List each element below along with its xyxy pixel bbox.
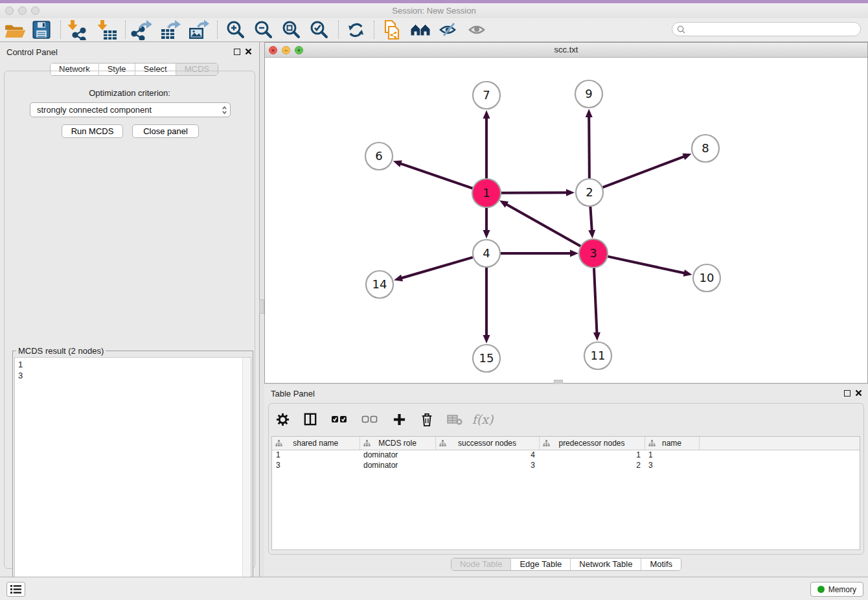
- search-input[interactable]: [685, 25, 854, 34]
- import-table-icon: [97, 19, 118, 40]
- network-node-3[interactable]: 3: [579, 239, 608, 268]
- function-builder-button[interactable]: f(x): [474, 411, 491, 428]
- network-window-titlebar: × − + scc.txt: [265, 43, 867, 58]
- column-header-name[interactable]: name: [645, 437, 699, 450]
- network-canvas[interactable]: 7968124314101511: [265, 58, 867, 383]
- window-zoom-button[interactable]: [31, 6, 40, 15]
- deselect-all-columns-button[interactable]: [360, 411, 380, 428]
- table-cell[interactable]: 3: [272, 460, 360, 470]
- table-settings-button[interactable]: [274, 411, 291, 428]
- show-column-selector-button[interactable]: [302, 411, 319, 428]
- float-panel-icon[interactable]: [234, 49, 240, 55]
- table-cell[interactable]: dominator: [360, 450, 435, 460]
- window-titlebar: Session: New Session: [0, 3, 868, 18]
- network-edge-1-2[interactable]: [501, 192, 567, 193]
- criterion-select[interactable]: strongly connected component: [30, 102, 231, 117]
- create-column-button[interactable]: [391, 411, 407, 428]
- network-edge-1-6[interactable]: [400, 163, 473, 189]
- run-mcds-button[interactable]: Run MCDS: [62, 124, 123, 138]
- network-edge-3-11[interactable]: [594, 268, 597, 334]
- close-panel-icon[interactable]: [245, 48, 252, 55]
- network-minimize-button[interactable]: −: [282, 46, 290, 54]
- column-header-label: name: [662, 439, 681, 448]
- refresh-button[interactable]: [343, 19, 369, 41]
- import-table-button[interactable]: [95, 19, 120, 41]
- table-row[interactable]: 3dominator323: [272, 460, 860, 470]
- column-header-successor-nodes[interactable]: successor nodes: [435, 437, 539, 450]
- column-header-mcds-role[interactable]: MCDS role: [360, 437, 435, 450]
- network-edge-4-14[interactable]: [401, 257, 473, 278]
- float-table-panel-icon[interactable]: [844, 390, 851, 397]
- table-cell[interactable]: 2: [539, 460, 645, 470]
- control-panel: Control Panel NetworkStyleSelectMCDS Opt…: [0, 42, 260, 577]
- network-edge-3-1[interactable]: [506, 204, 581, 247]
- close-table-panel-icon[interactable]: [855, 389, 862, 397]
- panel-splitter-handle-vertical[interactable]: [259, 299, 264, 314]
- network-edge-2-8[interactable]: [603, 156, 685, 187]
- save-session-button[interactable]: [29, 19, 54, 41]
- export-table-button[interactable]: [157, 19, 183, 41]
- export-image-button[interactable]: [185, 19, 211, 41]
- network-node-2[interactable]: 2: [576, 179, 603, 206]
- mcds-result-area[interactable]: 1 3: [14, 357, 251, 593]
- network-node-4[interactable]: 4: [473, 240, 500, 267]
- network-node-15[interactable]: 15: [473, 345, 500, 372]
- network-node-1[interactable]: 1: [472, 179, 501, 207]
- zoom-in-button[interactable]: [222, 19, 248, 41]
- table-cell[interactable]: dominator: [360, 460, 435, 470]
- network-node-14[interactable]: 14: [366, 271, 393, 298]
- network-edge-arrowhead: [682, 154, 691, 160]
- network-node-7[interactable]: 7: [473, 82, 500, 109]
- delete-table-button[interactable]: [446, 411, 463, 428]
- network-node-11[interactable]: 11: [584, 342, 611, 369]
- show-panels-button[interactable]: [6, 582, 25, 597]
- close-panel-button[interactable]: Close panel: [132, 124, 199, 138]
- network-edge-3-10[interactable]: [607, 257, 685, 273]
- network-edge-2-9[interactable]: [589, 116, 589, 178]
- window-close-button[interactable]: [5, 6, 14, 15]
- show-all-button[interactable]: [464, 19, 490, 41]
- open-file-button[interactable]: [2, 19, 28, 41]
- column-header-predecessor-nodes[interactable]: predecessor nodes: [539, 437, 645, 450]
- network-node-10[interactable]: 10: [693, 264, 720, 292]
- network-node-6[interactable]: 6: [365, 143, 393, 170]
- home-button[interactable]: [407, 19, 433, 41]
- network-edge-2-3[interactable]: [590, 207, 591, 231]
- table-cell[interactable]: 4: [435, 450, 539, 460]
- window-minimize-button[interactable]: [18, 6, 27, 15]
- search-icon: [677, 25, 685, 34]
- network-maximize-button[interactable]: +: [295, 46, 303, 54]
- tab-motifs[interactable]: Motifs: [641, 559, 681, 570]
- panel-splitter-handle-horizontal[interactable]: [554, 380, 563, 384]
- network-node-8[interactable]: 8: [692, 135, 719, 162]
- tab-network-table[interactable]: Network Table: [570, 559, 641, 570]
- network-close-button[interactable]: ×: [269, 46, 277, 54]
- zoom-selected-button[interactable]: [306, 19, 332, 41]
- node-table: shared nameMCDS rolesuccessor nodesprede…: [272, 437, 860, 470]
- network-node-9[interactable]: 9: [575, 80, 602, 108]
- table-row[interactable]: 1dominator411: [272, 450, 860, 460]
- tab-edge-table[interactable]: Edge Table: [510, 559, 570, 570]
- table-cell[interactable]: 1: [272, 450, 360, 460]
- column-header-label: successor nodes: [458, 439, 516, 448]
- memory-button[interactable]: Memory: [810, 582, 863, 597]
- column-header-shared-name[interactable]: shared name: [272, 437, 360, 450]
- svg-text:2: 2: [586, 185, 593, 199]
- export-network-button[interactable]: [128, 19, 154, 41]
- delete-columns-button[interactable]: [418, 411, 435, 428]
- column-sort-icon: [648, 439, 656, 447]
- result-scrollbar[interactable]: [242, 358, 251, 592]
- zoom-out-button[interactable]: [250, 19, 276, 41]
- search-field[interactable]: [672, 22, 861, 36]
- zoom-fit-button[interactable]: [278, 19, 304, 41]
- hide-selected-button[interactable]: [435, 19, 461, 41]
- table-cell[interactable]: 1: [539, 450, 645, 460]
- list-icon: [10, 584, 22, 594]
- import-network-button[interactable]: [65, 19, 91, 41]
- table-cell[interactable]: 1: [645, 450, 699, 460]
- table-cell[interactable]: 3: [645, 460, 699, 470]
- tab-node-table[interactable]: Node Table: [451, 559, 511, 570]
- table-cell[interactable]: 3: [435, 460, 539, 470]
- select-all-columns-button[interactable]: [330, 411, 349, 428]
- clone-network-button[interactable]: [379, 19, 405, 41]
